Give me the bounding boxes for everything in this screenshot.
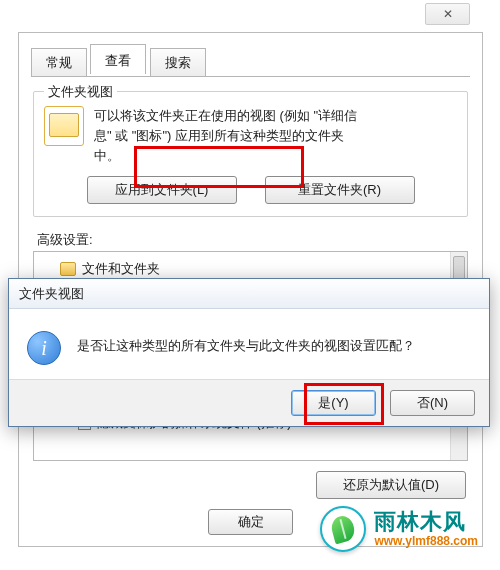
confirm-dialog: 文件夹视图 i 是否让这种类型的所有文件夹与此文件夹的视图设置匹配？ 是(Y) … [8,278,490,427]
dialog-title: 文件夹视图 [9,279,489,309]
dialog-message: 是否让这种类型的所有文件夹与此文件夹的视图设置匹配？ [77,337,415,355]
folder-icon [60,262,76,276]
ok-button[interactable]: 确定 [208,509,293,535]
logo-badge-icon [320,506,366,552]
tab-general[interactable]: 常规 [31,48,87,76]
dialog-no-button[interactable]: 否(N) [390,390,475,416]
folder-options-icon [44,106,84,146]
folder-view-group-title: 文件夹视图 [44,83,117,101]
watermark-logo: 雨林木风 www.ylmf888.com [320,506,478,552]
close-icon: ✕ [443,7,453,21]
logo-text-cn: 雨林木风 [374,510,478,534]
advanced-settings-label: 高级设置: [37,231,482,249]
logo-text-url: www.ylmf888.com [374,535,478,548]
folder-view-group: 文件夹视图 可以将该文件夹正在使用的视图 (例如 "详细信 息" 或 "图标")… [33,91,468,217]
tab-view[interactable]: 查看 [90,44,146,74]
window-close-button[interactable]: ✕ [425,3,470,25]
restore-defaults-button[interactable]: 还原为默认值(D) [316,471,466,499]
tab-search[interactable]: 搜索 [150,48,206,76]
apply-to-folders-button[interactable]: 应用到文件夹(L) [87,176,237,204]
info-icon: i [27,331,61,365]
folder-view-description: 可以将该文件夹正在使用的视图 (例如 "详细信 息" 或 "图标") 应用到所有… [94,106,357,166]
tab-bar: 常规 查看 搜索 [31,45,470,77]
reset-folders-button[interactable]: 重置文件夹(R) [265,176,415,204]
dialog-yes-button[interactable]: 是(Y) [291,390,376,416]
